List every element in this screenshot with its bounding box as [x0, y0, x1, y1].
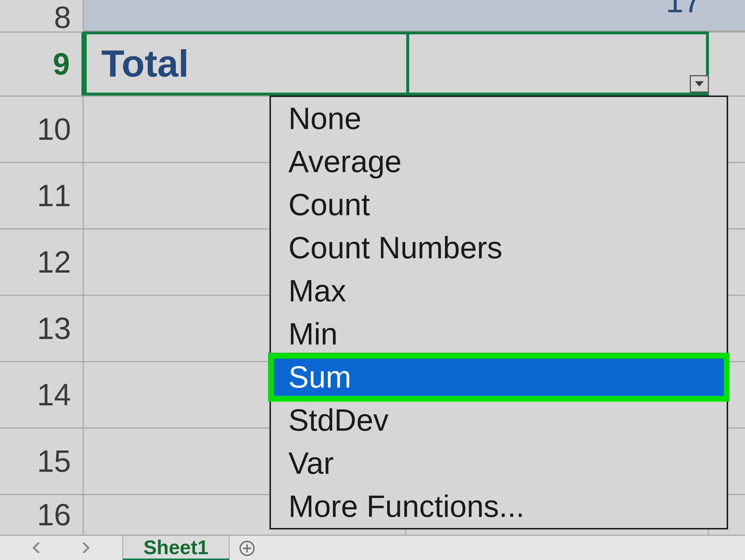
dropdown-item-label: More Functions...: [288, 489, 524, 524]
row-number: 10: [37, 112, 71, 147]
row-header-10[interactable]: 10: [0, 95, 84, 162]
cell-b9-selected[interactable]: [406, 31, 709, 95]
row-header-11[interactable]: 11: [0, 162, 84, 228]
row-header-12[interactable]: 12: [0, 228, 84, 295]
spreadsheet-grid: 8 17 9 Total 10 11 12 13 14 15 16 Non: [0, 0, 745, 560]
dropdown-item-max[interactable]: Max: [271, 269, 727, 312]
plus-circle-icon: [239, 540, 255, 557]
sheet-nav-prev[interactable]: [32, 542, 42, 554]
cell-a9-total[interactable]: Total: [84, 31, 406, 95]
row-number: 16: [37, 497, 71, 532]
row-number: 8: [54, 0, 71, 35]
row-header-16[interactable]: 16: [0, 494, 84, 535]
dropdown-item-label: Min: [288, 316, 337, 351]
totals-function-dropdown: None Average Count Count Numbers Max Min…: [269, 95, 728, 529]
chevron-down-icon: [695, 81, 704, 87]
dropdown-item-label: Count Numbers: [288, 230, 502, 265]
dropdown-item-more-functions[interactable]: More Functions...: [271, 485, 727, 528]
dropdown-item-label: StdDev: [288, 403, 389, 438]
row-number: 9: [53, 46, 70, 82]
row-number: 15: [37, 444, 71, 479]
sheet-nav-next[interactable]: [80, 542, 91, 554]
cell-c9[interactable]: [709, 31, 745, 95]
sheet-tab-label: Sheet1: [143, 536, 208, 559]
row-header-15[interactable]: 15: [0, 428, 84, 494]
sheet-nav: [0, 542, 122, 554]
table-body-row[interactable]: [84, 0, 745, 31]
dropdown-item-label: Average: [288, 144, 401, 179]
totals-dropdown-button[interactable]: [690, 75, 709, 93]
sheet-tab-active[interactable]: Sheet1: [122, 536, 230, 560]
row-header-8[interactable]: 8: [0, 0, 84, 31]
dropdown-item-label: Count: [288, 187, 370, 222]
dropdown-item-var[interactable]: Var: [271, 442, 727, 485]
row-number: 12: [37, 245, 71, 280]
chevron-right-icon: [80, 542, 91, 553]
row-header-13[interactable]: 13: [0, 295, 84, 361]
sheet-tab-bar: Sheet1: [0, 535, 745, 560]
dropdown-item-label: Max: [288, 274, 346, 308]
dropdown-item-label: None: [288, 101, 361, 136]
cell-b8-value: 17: [666, 0, 701, 20]
dropdown-item-label: Var: [288, 446, 334, 481]
dropdown-item-count[interactable]: Count: [271, 183, 727, 226]
row-header-9[interactable]: 9: [0, 31, 84, 95]
dropdown-item-average[interactable]: Average: [271, 140, 727, 183]
total-label: Total: [101, 42, 189, 85]
dropdown-item-none[interactable]: None: [271, 97, 727, 140]
chevron-left-icon: [32, 542, 42, 553]
dropdown-item-count-numbers[interactable]: Count Numbers: [271, 226, 727, 269]
dropdown-item-label: Sum: [288, 360, 351, 395]
row-number: 13: [37, 311, 71, 346]
dropdown-item-min[interactable]: Min: [271, 312, 727, 355]
row-number: 11: [37, 178, 71, 213]
dropdown-item-stddev[interactable]: StdDev: [271, 399, 727, 442]
dropdown-item-sum[interactable]: Sum: [271, 355, 727, 399]
row-header-14[interactable]: 14: [0, 361, 84, 428]
new-sheet-button[interactable]: [230, 540, 264, 557]
row-number: 14: [37, 377, 71, 412]
